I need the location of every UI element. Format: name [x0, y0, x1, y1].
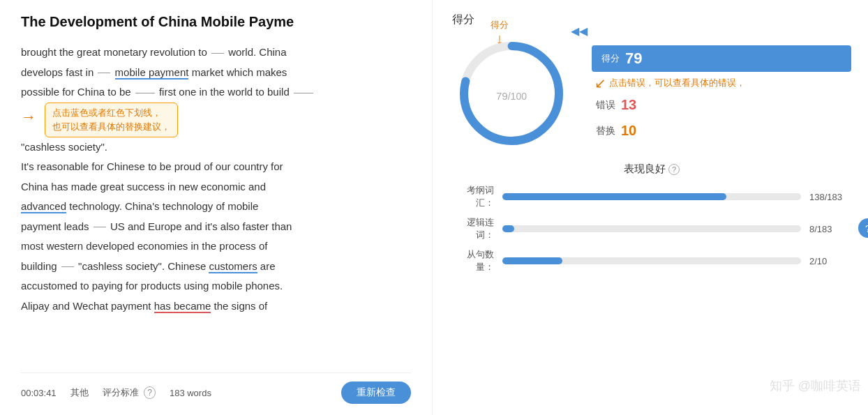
performance-section: 表现良好 ? 考纲词汇： 138/183 逻辑连词： 8/183 — [452, 163, 851, 280]
badge-score-value: 79 — [625, 50, 642, 68]
perf-bar-wrap-logic — [502, 225, 801, 232]
perf-val-vocab: 138/183 — [809, 192, 851, 202]
perf-row-clause: 从句数量： 2/10 — [452, 248, 851, 273]
text-segment: brought the great monetary revolution to — [21, 46, 207, 58]
time-display: 00:03:41 — [21, 388, 57, 398]
perf-label-logic: 逻辑连词： — [452, 216, 494, 241]
highlighted-word-mobile-payment[interactable]: mobile payment — [115, 66, 189, 80]
perf-title: 表现良好 ? — [452, 163, 851, 176]
back-arrow-button[interactable]: ◀◀ — [571, 24, 588, 38]
error-badge: 错误 13 — [592, 94, 851, 116]
text-segment: accustomed to paying for products using … — [21, 280, 283, 292]
right-panel: 得分 得分 ↓ 79/100 — [433, 0, 868, 415]
text-segment: possible for China to be — [21, 86, 131, 98]
score-area: 得分 ↓ 79/100 ◀◀ — [452, 34, 851, 153]
rating-question-icon[interactable]: ? — [144, 386, 156, 399]
text-segment: "cashless society". Chinese — [78, 260, 209, 272]
donut-chart: 79/100 — [452, 34, 571, 153]
category-label: 其他 — [70, 386, 89, 399]
blank-space — [93, 227, 106, 227]
perf-bar-wrap-clause — [502, 257, 801, 264]
rating-text: 评分标准 — [103, 387, 139, 398]
text-segment: US and Europe and it's also faster than — [110, 220, 292, 232]
text-segment: technology. China's technology of mobile — [69, 200, 258, 212]
perf-bar-vocab — [502, 193, 726, 200]
replace-label: 替换 — [596, 125, 615, 137]
text-segment: develops fast in — [21, 66, 93, 78]
perf-bar-wrap-vocab — [502, 193, 801, 200]
perf-label-clause: 从句数量： — [452, 248, 494, 273]
error-label: 错误 — [596, 99, 615, 112]
replace-badge: 替换 10 — [592, 120, 851, 142]
text-segment: "cashless society". — [21, 141, 107, 153]
text-segment: the signs of — [214, 300, 268, 312]
watermark: 知乎 @咖啡英语 — [770, 377, 861, 394]
score-top-label: 得分 — [452, 13, 851, 27]
article-body: brought the great monetary revolution to… — [21, 43, 411, 367]
perf-question-icon[interactable]: ? — [668, 164, 680, 175]
text-segment: It's reasonable for Chinese to be proud … — [21, 160, 283, 172]
circle-chart-wrap: 得分 ↓ 79/100 — [452, 34, 571, 153]
blank-space — [135, 93, 155, 93]
text-segment: first one in the world to build — [159, 86, 290, 98]
tooltip-hint: 点击蓝色或者红色下划线，也可以查看具体的替换建议， — [45, 103, 178, 137]
blank-space — [294, 93, 313, 93]
text-segment: building — [21, 260, 57, 272]
article-title: The Development of China Mobile Payme — [21, 14, 411, 30]
text-segment: Alipay and Wechat payment — [21, 300, 154, 312]
highlighted-error-has-became[interactable]: has became — [154, 300, 211, 313]
perf-row-logic: 逻辑连词： 8/183 — [452, 216, 851, 241]
left-panel: The Development of China Mobile Payme br… — [0, 0, 433, 415]
text-segment: world. China — [228, 46, 286, 58]
score-badges-area: ◀◀ 得分 79 ↙ 点击错误，可以查看具体的错误， 错误 13 — [592, 45, 851, 142]
hint-arrow-icon: ↙ — [594, 76, 606, 90]
text-segment: most western developed economies in the … — [21, 240, 268, 252]
recheck-button[interactable]: 重新检查 — [341, 382, 411, 404]
circle-score-value: 79 — [496, 90, 508, 102]
blank-space — [98, 73, 110, 73]
help-icon-right[interactable]: ? — [858, 218, 868, 238]
perf-label-vocab: 考纲词汇： — [452, 184, 494, 209]
blank-space — [211, 53, 224, 54]
highlighted-word-advanced[interactable]: advanced — [21, 200, 66, 213]
replace-value: 10 — [621, 123, 636, 139]
perf-title-text: 表现良好 — [624, 163, 666, 176]
text-segment: are — [260, 260, 276, 272]
rating-label: 评分标准 ? — [103, 386, 156, 399]
bottom-bar: 00:03:41 其他 评分标准 ? 183 words 重新检查 — [21, 372, 411, 408]
text-segment: China has made great success in new econ… — [21, 181, 266, 193]
score-main-badge: 得分 79 — [592, 45, 851, 72]
help-icon-text: ? — [865, 222, 868, 234]
badge-score-label: 得分 — [601, 52, 620, 65]
perf-row-vocab: 考纲词汇： 138/183 — [452, 184, 851, 209]
perf-bar-logic — [502, 225, 514, 232]
main-container: The Development of China Mobile Payme br… — [0, 0, 868, 415]
circle-score-display: 79/100 — [496, 82, 527, 105]
text-segment: market which makes — [192, 66, 287, 78]
perf-val-logic: 8/183 — [809, 224, 851, 234]
perf-bar-clause — [502, 257, 562, 264]
circle-score-max: /100 — [508, 91, 527, 102]
word-count: 183 words — [170, 388, 211, 398]
hint-text: 点击错误，可以查看具体的错误， — [609, 76, 745, 90]
perf-val-clause: 2/10 — [809, 256, 851, 266]
error-value: 13 — [621, 97, 636, 113]
highlighted-word-customers[interactable]: customers — [209, 260, 257, 273]
blank-space — [61, 266, 74, 267]
text-segment: payment leads — [21, 220, 89, 232]
hint-area: ↙ 点击错误，可以查看具体的错误， — [594, 76, 851, 90]
